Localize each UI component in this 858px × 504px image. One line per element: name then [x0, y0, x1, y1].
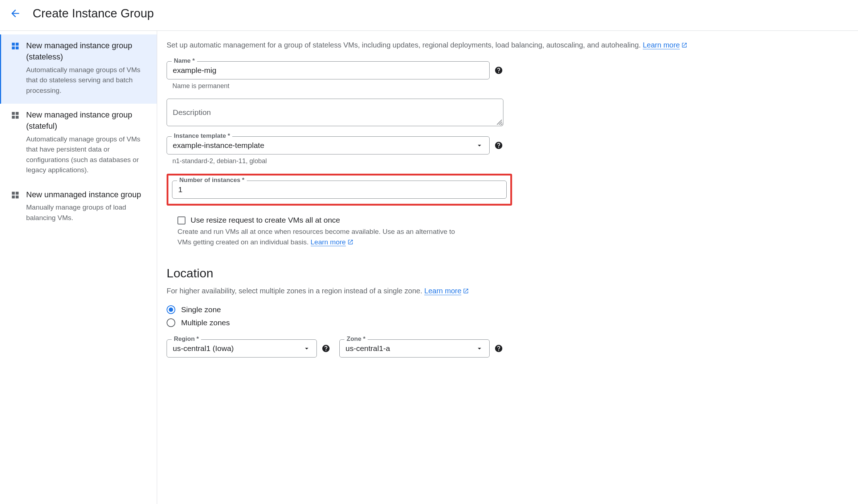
external-link-icon	[681, 40, 687, 51]
location-learn-more-link[interactable]: Learn more	[424, 287, 461, 295]
name-field-label: Name *	[172, 57, 197, 65]
arrow-left-icon	[9, 8, 21, 19]
number-of-instances-highlight: Number of instances * 1	[167, 174, 512, 206]
radio-single-zone[interactable]: Single zone	[167, 305, 849, 314]
location-section-title: Location	[167, 266, 849, 280]
region-help-button[interactable]	[321, 344, 331, 353]
sidebar-item-desc: Manually manage groups of load balancing…	[26, 202, 151, 223]
radio-single-label: Single zone	[181, 305, 221, 314]
zone-label: Zone *	[344, 335, 368, 343]
name-value: example-mig	[173, 66, 216, 75]
name-input[interactable]: example-mig	[167, 61, 490, 79]
sidebar-item-title: New managed instance group (stateful)	[26, 110, 151, 132]
instance-group-icon	[9, 189, 21, 201]
chevron-down-icon	[475, 141, 483, 149]
region-label: Region *	[172, 335, 201, 343]
name-help-button[interactable]	[494, 66, 503, 75]
page-title: Create Instance Group	[33, 7, 154, 20]
sidebar-item-title: New managed instance group (stateless)	[26, 40, 151, 63]
name-helper-text: Name is permanent	[172, 82, 849, 90]
resize-request-desc: Create and run VMs all at once when reso…	[177, 227, 464, 248]
external-link-icon	[347, 238, 354, 248]
description-input[interactable]: Description	[167, 99, 503, 126]
region-value: us-central1 (Iowa)	[173, 344, 234, 353]
instance-template-helper: n1-standard-2, debian-11, global	[172, 157, 849, 165]
chevron-down-icon	[303, 344, 311, 352]
num-instances-label: Number of instances *	[177, 177, 247, 184]
help-icon	[494, 66, 503, 75]
intro-text-content: Set up automatic management for a group …	[167, 41, 643, 49]
resize-learn-more-link[interactable]: Learn more	[311, 238, 346, 246]
radio-multiple-zones[interactable]: Multiple zones	[167, 318, 849, 327]
external-link-icon	[463, 288, 469, 296]
instance-template-value: example-instance-template	[173, 141, 264, 150]
zone-value: us-central1-a	[346, 344, 390, 353]
num-instances-value: 1	[178, 185, 183, 194]
description-placeholder: Description	[173, 108, 211, 117]
back-button[interactable]	[9, 7, 22, 20]
resize-handle-icon[interactable]	[497, 120, 502, 125]
radio-multiple-label: Multiple zones	[181, 318, 230, 327]
intro-learn-more-link[interactable]: Learn more	[643, 41, 680, 49]
resize-request-checkbox[interactable]	[177, 216, 185, 224]
help-icon	[322, 344, 330, 353]
instance-group-icon	[9, 110, 21, 121]
sidebar: New managed instance group (stateless) A…	[0, 31, 157, 504]
intro-text: Set up automatic management for a group …	[167, 40, 849, 51]
sidebar-item-stateless[interactable]: New managed instance group (stateless) A…	[0, 34, 157, 104]
instance-template-label: Instance template *	[172, 132, 232, 140]
chevron-down-icon	[475, 344, 483, 352]
main-content: Set up automatic management for a group …	[157, 31, 858, 504]
sidebar-item-desc: Automatically manage groups of VMs that …	[26, 65, 151, 96]
zone-help-button[interactable]	[494, 344, 503, 353]
sidebar-item-unmanaged[interactable]: New unmanaged instance group Manually ma…	[0, 183, 157, 231]
help-icon	[494, 141, 503, 150]
sidebar-item-stateful[interactable]: New managed instance group (stateful) Au…	[0, 104, 157, 183]
resize-request-label: Use resize request to create VMs all at …	[191, 216, 340, 224]
sidebar-item-title: New unmanaged instance group	[26, 189, 151, 201]
instance-template-help-button[interactable]	[494, 141, 503, 150]
radio-icon	[167, 305, 175, 314]
radio-icon	[167, 318, 175, 327]
sidebar-item-desc: Automatically manage groups of VMs that …	[26, 134, 151, 175]
location-section-desc: For higher availability, select multiple…	[167, 287, 849, 296]
instance-group-icon	[9, 40, 21, 52]
help-icon	[494, 344, 503, 353]
